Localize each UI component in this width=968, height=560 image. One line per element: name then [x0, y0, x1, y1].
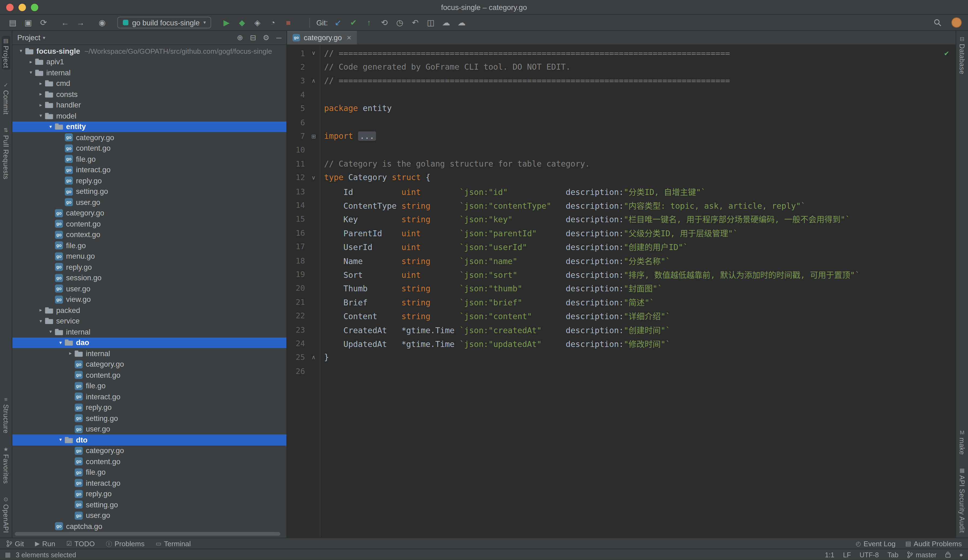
expand-arrow-icon[interactable]: ▸: [36, 91, 45, 97]
code-line[interactable]: 1∨// ===================================…: [287, 46, 956, 60]
tree-folder-focus-single[interactable]: ▾focus-single~/Workspace/Go/GOPATH/src/g…: [12, 46, 287, 56]
toolstripe-commit[interactable]: ✓Commit: [2, 82, 10, 115]
tree-folder-internal[interactable]: ▾internal: [12, 326, 287, 337]
fold-marker-icon[interactable]: ∨: [308, 50, 319, 56]
tree-file-file.go[interactable]: gofile.go: [12, 240, 287, 251]
tree-file-file.go[interactable]: gofile.go: [12, 467, 287, 478]
tree-file-reply.go[interactable]: goreply.go: [12, 402, 287, 413]
tree-file-interact.go[interactable]: gointeract.go: [12, 164, 287, 175]
tree-file-context.go[interactable]: gocontext.go: [12, 229, 287, 240]
code-line[interactable]: 7⊞import ...: [287, 129, 956, 143]
expand-arrow-icon[interactable]: ▸: [36, 308, 45, 313]
collapse-all-icon[interactable]: ⊟: [250, 33, 256, 42]
expand-arrow-icon[interactable]: ▾: [36, 113, 45, 119]
tree-file-reply.go[interactable]: goreply.go: [12, 175, 287, 186]
tree-folder-consts[interactable]: ▸consts: [12, 89, 287, 99]
fold-marker-icon[interactable]: ∧: [308, 354, 319, 360]
compare-icon[interactable]: ◫: [424, 17, 437, 29]
close-tab-icon[interactable]: ×: [347, 33, 351, 42]
tree-file-category.go[interactable]: gocategory.go: [12, 132, 287, 143]
code-line[interactable]: 25∧}: [287, 350, 956, 364]
push-icon[interactable]: ↑: [363, 17, 375, 29]
tree-file-user.go[interactable]: gouser.go: [12, 424, 287, 434]
tree-file-captcha.go[interactable]: gocaptcha.go: [12, 521, 287, 532]
tree-folder-packed[interactable]: ▸packed: [12, 305, 287, 316]
tree-folder-internal[interactable]: ▸internal: [12, 348, 287, 359]
rollback-icon[interactable]: ⟲: [378, 17, 391, 29]
code-line[interactable]: 22 Content string `json:"content" descri…: [287, 309, 956, 323]
tree-file-category.go[interactable]: gocategory.go: [12, 445, 287, 456]
code-line[interactable]: 15 Key string `json:"key" description:"栏…: [287, 212, 956, 226]
toolwindow-run[interactable]: ▶Run: [35, 540, 55, 547]
expand-arrow-icon[interactable]: ▾: [46, 124, 55, 129]
update-project-icon[interactable]: ↙: [332, 17, 345, 29]
tree-file-interact.go[interactable]: gointeract.go: [12, 478, 287, 489]
tree-file-setting.go[interactable]: gosetting.go: [12, 413, 287, 424]
expand-arrow-icon[interactable]: ▾: [17, 48, 25, 54]
tree-file-content.go[interactable]: gocontent.go: [12, 219, 287, 229]
code-line[interactable]: 21 Brief string `json:"brief" descriptio…: [287, 295, 956, 309]
code-editor[interactable]: 1∨// ===================================…: [287, 45, 956, 538]
profiler-icon[interactable]: ◔: [266, 17, 279, 29]
caret-position[interactable]: 1:1: [825, 551, 834, 558]
write-lock[interactable]: [945, 552, 951, 558]
tree-file-category.go[interactable]: gocategory.go: [12, 208, 287, 219]
code-line[interactable]: 17 UserId uint `json:"userId" descriptio…: [287, 240, 956, 253]
tree-folder-apiv1[interactable]: ▸apiv1: [12, 56, 287, 67]
tab-category-go[interactable]: go category.go ×: [287, 31, 357, 44]
code-line[interactable]: 2// Code generated by GoFrame CLI tool. …: [287, 60, 956, 74]
tree-file-interact.go[interactable]: gointeract.go: [12, 391, 287, 402]
code-line[interactable]: 6: [287, 115, 956, 129]
toolwindow-switcher-icon[interactable]: ▦: [5, 552, 11, 558]
minimize-window-button[interactable]: [19, 4, 26, 11]
zoom-window-button[interactable]: [31, 4, 38, 11]
audit-problems-button[interactable]: ▤Audit Problems: [905, 540, 962, 547]
toolstripe-database[interactable]: ⊟Database: [958, 36, 966, 75]
project-tree-scrollbar[interactable]: [15, 532, 280, 536]
git-branch[interactable]: master: [907, 551, 937, 558]
tree-file-content.go[interactable]: gocontent.go: [12, 369, 287, 381]
expand-arrow-icon[interactable]: ▸: [66, 351, 75, 356]
expand-arrow-icon[interactable]: ▾: [36, 318, 45, 324]
code-line[interactable]: 26: [287, 364, 956, 378]
back-icon[interactable]: ←: [59, 17, 71, 29]
toolwindow-problems[interactable]: ⓘProblems: [106, 539, 144, 548]
background-tasks[interactable]: ●: [960, 552, 963, 558]
tree-file-file.go[interactable]: gofile.go: [12, 381, 287, 391]
line-ending[interactable]: LF: [843, 551, 851, 558]
tree-file-session.go[interactable]: gosession.go: [12, 272, 287, 283]
revert-icon[interactable]: ↶: [409, 17, 422, 29]
search-icon[interactable]: [931, 17, 944, 29]
tree-folder-service[interactable]: ▾service: [12, 316, 287, 326]
code-line[interactable]: 5package entity: [287, 101, 956, 115]
tree-file-setting.go[interactable]: gosetting.go: [12, 186, 287, 197]
tree-folder-entity[interactable]: ▾entity: [12, 121, 287, 132]
event-log-button[interactable]: ◴Event Log: [856, 540, 895, 547]
debug-icon[interactable]: ◆: [235, 17, 249, 29]
tree-file-view.go[interactable]: goview.go: [12, 294, 287, 305]
user-avatar[interactable]: [951, 17, 962, 28]
tree-folder-model[interactable]: ▾model: [12, 111, 287, 121]
code-line[interactable]: 4: [287, 88, 956, 101]
forward-icon[interactable]: →: [74, 17, 87, 29]
toolstripe-make[interactable]: Mmake: [958, 429, 966, 455]
toolstripe-openapi[interactable]: ⊙OpenAPI: [2, 496, 10, 533]
expand-arrow-icon[interactable]: ▾: [46, 329, 55, 335]
tree-file-file.go[interactable]: gofile.go: [12, 154, 287, 164]
toolwindow-todo[interactable]: ☑TODO: [66, 540, 95, 547]
code-line[interactable]: 10: [287, 143, 956, 157]
code-line[interactable]: 11// Category is the golang structure fo…: [287, 157, 956, 171]
toolstripe-structure[interactable]: ≡Structure: [2, 396, 10, 434]
hide-panel-icon[interactable]: ─: [276, 33, 282, 42]
code-line[interactable]: 13 Id uint `json:"id" description:"分类ID,…: [287, 184, 956, 198]
toolstripe-favorites[interactable]: ★Favorites: [2, 446, 10, 484]
tree-file-user.go[interactable]: gouser.go: [12, 283, 287, 294]
tree-folder-internal[interactable]: ▾internal: [12, 67, 287, 78]
run-config-combo[interactable]: go build focus-single ▾: [117, 17, 211, 28]
tree-file-setting.go[interactable]: gosetting.go: [12, 499, 287, 510]
fetch-icon[interactable]: ☁: [440, 17, 453, 29]
save-all-icon[interactable]: ▣: [22, 17, 35, 29]
profile-icon[interactable]: ◉: [96, 17, 109, 29]
fold-marker-icon[interactable]: ⊞: [308, 133, 319, 139]
expand-arrow-icon[interactable]: ▾: [56, 340, 65, 346]
